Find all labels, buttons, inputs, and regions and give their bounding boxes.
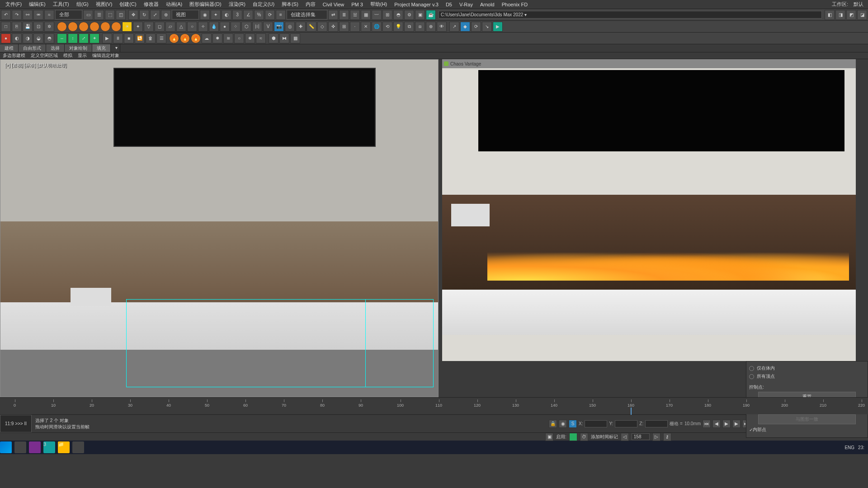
camera-icon[interactable]: 📷 [274,22,284,32]
inner-check[interactable]: ✓ 内部点 [749,426,865,434]
pm-icon-3[interactable]: ◩ [846,10,856,20]
script-run-icon[interactable]: ▣ [545,433,553,441]
axis-z-icon[interactable]: ⤢ [79,33,89,43]
perspective-viewport[interactable]: [+] [透视] [标准] [默认明暗处理] [0,59,439,397]
x-icon[interactable]: ✕ [361,22,371,32]
undo-icon[interactable]: ↶ [1,10,11,20]
viewport-label[interactable]: [+] [透视] [标准] [默认明暗处理] [5,62,66,69]
copy-icon[interactable]: ⧉ [404,22,414,32]
save-scene-icon[interactable]: 💾 [23,22,33,32]
anim-icon-1[interactable]: ◐ [12,33,22,43]
play-anim-icon[interactable]: ▶ [722,420,731,428]
manip-icon[interactable]: ✦ [211,10,221,20]
schematic-icon[interactable]: ⊞ [382,10,392,20]
menu-edit[interactable]: 编辑(E) [25,1,49,8]
tab-populate[interactable]: 填充 [92,44,111,52]
light-icon[interactable]: ☀ [122,22,132,32]
spot-icon[interactable]: ▽ [144,22,154,32]
globe-icon[interactable]: 🌐 [372,22,382,32]
tape-icon[interactable]: 📏 [307,22,316,32]
explosion-icon[interactable]: ✸ [212,33,222,43]
frame-spinner[interactable]: 158 [632,433,650,440]
menu-vray[interactable]: V-Ray [456,2,476,7]
loop-icon[interactable]: 🔁 [135,33,145,43]
time-ruler[interactable]: 0 10 20 30 40 50 60 70 80 90 100 110 120… [0,398,868,408]
axis-x-icon[interactable]: ↔ [57,33,67,43]
instance-icon[interactable]: ⧈ [415,22,425,32]
material-editor-icon[interactable]: ◓ [393,10,403,20]
goto-start-icon[interactable]: ⏮ [703,420,711,428]
placement-icon[interactable]: ⊕ [161,10,171,20]
subtab-display[interactable]: 显示 [75,52,90,59]
x-field[interactable] [585,420,607,427]
menu-civilview[interactable]: Civil View [319,2,348,7]
enable-dot-icon[interactable] [569,433,577,441]
menu-tools[interactable]: 工具(T) [49,1,73,8]
prev-frame-icon[interactable]: ◀ [712,420,721,428]
keymode-icon[interactable]: ◐ [222,10,231,20]
redo-icon[interactable]: ↷ [12,10,22,20]
toggle-ribbon-icon[interactable]: ▦ [361,10,371,20]
task-3dsmax-icon[interactable]: 3 [43,441,55,453]
named-selset-dropdown[interactable]: 创建选择集 [287,10,327,19]
vantage-render-view[interactable] [442,68,856,361]
menu-animation[interactable]: 动画(A) [162,1,186,8]
subtab-editselected[interactable]: 编辑选定对象 [90,52,122,59]
move-icon[interactable]: ✥ [128,10,138,20]
anim-icon-2[interactable]: ◑ [23,33,33,43]
menu-view[interactable]: 视图(V) [92,1,116,8]
pm-icon-2[interactable]: ◨ [835,10,845,20]
grid-helper-icon[interactable]: ⊞ [339,22,349,32]
select-window-icon[interactable]: ◫ [116,10,126,20]
task-app-2[interactable] [72,441,84,453]
tray-time[interactable]: 23: [858,445,864,450]
isolate-icon[interactable]: ◉ [559,420,567,428]
compass-icon[interactable]: ✜ [328,22,338,32]
new-scene-icon[interactable]: □ [1,22,11,32]
rotate-icon[interactable]: ↻ [139,10,149,20]
mirror-icon[interactable]: ⇄ [328,10,338,20]
menu-content[interactable]: 内容 [302,1,319,8]
fire-2-icon[interactable]: 🔥 [180,33,190,43]
curve-editor-icon[interactable]: 〰 [372,10,382,20]
layer-icon[interactable]: ☱ [350,10,360,20]
z-field[interactable] [645,420,668,427]
menu-pm3[interactable]: PM 3 [348,2,367,7]
tab-modeling[interactable]: 建模 [0,44,19,52]
box-icon[interactable]: ◻ [155,22,165,32]
liquid-icon[interactable]: 💧 [209,22,219,32]
task-premiere-icon[interactable] [29,441,41,453]
hedra-icon[interactable]: ✧ [198,22,208,32]
sim-node-icon[interactable]: ⬢ [269,33,278,43]
tab-dropdown-icon[interactable]: ▾ [111,44,120,52]
tab-selection[interactable]: 选择 [46,44,65,52]
liquid-sim-icon[interactable]: ≋ [223,33,233,43]
tab-objectpaint[interactable]: 对象绘制 [65,44,92,52]
target-icon[interactable]: ◎ [285,22,295,32]
menu-file[interactable]: 文件(F) [2,1,25,8]
anglesnap-icon[interactable]: ∠ [243,10,253,20]
subtab-simulate[interactable]: 模拟 [61,52,75,59]
link-icon[interactable]: ⚯ [23,10,33,20]
timeline[interactable]: 150 / 220 0 10 20 30 40 50 60 70 80 90 1… [0,397,868,414]
teapot-icon[interactable] [100,22,110,32]
rec-icon[interactable]: ● [1,33,11,43]
splash-icon[interactable]: ✺ [245,33,255,43]
point-icon[interactable]: · [350,22,360,32]
align-icon[interactable]: ≣ [339,10,349,20]
d5-export-icon[interactable]: ↘ [482,22,492,32]
timeconfig-icon[interactable]: ⏱ [580,433,588,441]
menu-grapheditor[interactable]: 图形编辑器(D) [186,1,225,8]
asset-icon[interactable]: ✲ [44,22,54,32]
select-name-icon[interactable]: ☰ [94,10,104,20]
addmark-label[interactable]: 添加时间标记 [591,434,618,440]
pyramid-icon[interactable]: △ [176,22,186,32]
menu-group[interactable]: 组(G) [73,1,92,8]
menu-help[interactable]: 帮助(H) [367,1,391,8]
play-icon[interactable]: ▶ [102,33,112,43]
geosphere-icon[interactable] [68,22,78,32]
sim-link-icon[interactable]: ⧓ [279,33,289,43]
spinnersnap-icon[interactable]: ⟳ [265,10,275,20]
selection-filter-dropdown[interactable]: 全部 [55,10,82,19]
mist-icon[interactable]: ≈ [256,33,266,43]
